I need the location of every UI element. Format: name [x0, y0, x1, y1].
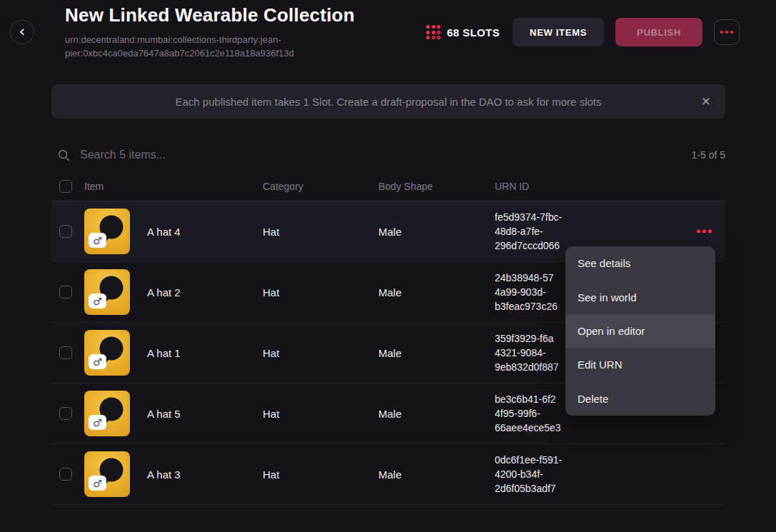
close-icon: ✕	[701, 94, 711, 109]
ellipsis-icon	[720, 31, 733, 34]
column-header-urn-id: URN ID	[495, 181, 529, 192]
item-name: A hat 4	[147, 226, 181, 238]
row-checkbox[interactable]	[59, 346, 72, 359]
item-thumbnail: ♂	[84, 209, 130, 254]
back-chevron-icon: ‹	[19, 24, 26, 39]
item-category: Hat	[263, 286, 279, 298]
body-shape-badge: ♂	[89, 233, 106, 248]
item-body-shape: Male	[378, 226, 402, 238]
search-icon	[58, 149, 70, 161]
column-header-item: Item	[84, 181, 104, 192]
banner-message: Each published item takes 1 Slot. Create…	[176, 96, 602, 108]
item-thumbnail: ♂	[84, 391, 130, 436]
collection-urn: urn:decentraland:mumbai:collections-thir…	[65, 33, 355, 60]
new-items-button[interactable]: NEW ITEMS	[513, 18, 604, 46]
item-category: Hat	[263, 226, 279, 238]
row-actions-button[interactable]	[695, 226, 713, 238]
back-button[interactable]: ‹	[10, 20, 34, 44]
row-checkbox[interactable]	[59, 407, 72, 420]
item-category: Hat	[263, 408, 279, 420]
select-all-checkbox[interactable]	[59, 180, 72, 193]
header: New Linked Wearable Collection urn:decen…	[65, 4, 355, 60]
page-title: New Linked Wearable Collection	[65, 4, 355, 26]
slots-count: 68 SLOTS	[447, 26, 500, 39]
item-body-shape: Male	[378, 286, 402, 298]
item-thumbnail: ♂	[84, 330, 130, 376]
male-symbol-icon: ♂	[93, 296, 102, 307]
column-header-body-shape: Body Shape	[378, 181, 433, 192]
context-menu-item[interactable]: Open in editor	[565, 314, 715, 348]
body-shape-badge: ♂	[89, 415, 106, 430]
info-banner: Each published item takes 1 Slot. Create…	[51, 84, 725, 119]
item-body-shape: Male	[378, 468, 402, 481]
row-checkbox[interactable]	[59, 225, 72, 238]
item-name: A hat 3	[147, 468, 181, 481]
item-category: Hat	[263, 347, 279, 359]
item-urn-id: 0dc6f1ee-f591- 4200-b34f- 2d6f05b3adf7	[495, 453, 599, 496]
row-checkbox[interactable]	[59, 468, 72, 481]
context-menu-item[interactable]: See details	[565, 246, 715, 280]
context-menu: See detailsSee in worldOpen in editorEdi…	[565, 246, 715, 416]
slots-indicator: 68 SLOTS	[426, 25, 500, 39]
pagination-count: 1-5 of 5	[692, 149, 725, 161]
male-symbol-icon: ♂	[93, 417, 102, 428]
body-shape-badge: ♂	[89, 476, 106, 491]
body-shape-badge: ♂	[89, 354, 106, 369]
context-menu-item[interactable]: Edit URN	[565, 348, 715, 381]
male-symbol-icon: ♂	[93, 478, 102, 489]
body-shape-badge: ♂	[89, 293, 106, 308]
item-name: A hat 5	[147, 408, 181, 420]
item-category: Hat	[263, 468, 279, 481]
publish-button[interactable]: PUBLISH	[615, 18, 702, 46]
item-thumbnail: ♂	[84, 451, 130, 497]
column-header-category: Category	[263, 181, 303, 192]
context-menu-item[interactable]: See in world	[565, 280, 715, 313]
item-body-shape: Male	[378, 347, 402, 359]
header-actions: 68 SLOTS NEW ITEMS PUBLISH	[426, 18, 740, 46]
male-symbol-icon: ♂	[93, 235, 102, 246]
slots-grid-icon	[426, 25, 440, 39]
item-thumbnail: ♂	[84, 269, 130, 315]
more-options-button[interactable]	[714, 19, 740, 45]
table-row[interactable]: ♂ A hat 3 Hat Male 0dc6f1ee-f591- 4200-b…	[51, 444, 725, 505]
context-menu-item[interactable]: Delete	[565, 382, 715, 416]
male-symbol-icon: ♂	[93, 356, 102, 368]
table-header-row: Item Category Body Shape URN ID	[51, 176, 725, 201]
banner-close-button[interactable]: ✕	[698, 91, 714, 111]
item-body-shape: Male	[378, 408, 402, 420]
search-input[interactable]	[79, 148, 692, 162]
search-toolbar: 1-5 of 5	[51, 141, 725, 169]
row-checkbox[interactable]	[59, 286, 72, 298]
item-name: A hat 2	[147, 286, 181, 298]
item-name: A hat 1	[147, 347, 181, 359]
